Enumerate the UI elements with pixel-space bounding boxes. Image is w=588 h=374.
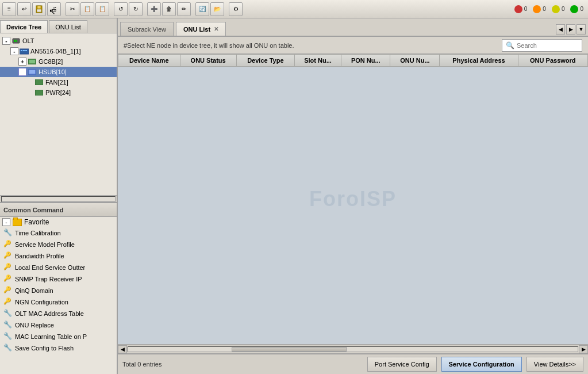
- cmd-label-3: Local End Service Outter: [15, 264, 85, 271]
- key-icon-1: 🔑: [3, 240, 13, 249]
- tab-nav-left[interactable]: ◀: [556, 24, 565, 35]
- tree-label-fan: FAN[21]: [45, 79, 68, 86]
- tab-nav-menu[interactable]: ▼: [577, 24, 586, 35]
- toolbar-btn-copy[interactable]: 📋: [80, 2, 94, 16]
- wrench-icon-10: 🔧: [3, 344, 13, 353]
- traffic-light-green: [570, 5, 578, 13]
- svg-rect-15: [35, 90, 43, 96]
- tree-label-pwr: PWR[24]: [45, 89, 71, 96]
- tree-label-olt: OLT: [22, 37, 34, 44]
- toolbar-btn-settings[interactable]: ⚙: [229, 2, 243, 16]
- category-favorite[interactable]: - Favorite: [0, 217, 117, 227]
- tab-subrack-view[interactable]: Subrack View: [120, 22, 174, 36]
- cmd-item-mac-learning[interactable]: 🔧 MAC Learning Table on P: [0, 331, 117, 342]
- search-box: 🔍: [502, 39, 582, 52]
- cmd-item-onu-replace[interactable]: 🔧 ONU Replace: [0, 319, 117, 331]
- scroll-right-btn[interactable]: ▶: [579, 345, 588, 353]
- traffic-count-orange: 0: [543, 6, 546, 12]
- col-pon-num[interactable]: PON Nu...: [341, 55, 390, 67]
- toolbar-btn-open[interactable]: 📂: [210, 2, 224, 16]
- toolbar-btn-redo[interactable]: ↻: [129, 2, 143, 16]
- svg-rect-8: [23, 50, 25, 51]
- svg-rect-2: [37, 9, 41, 12]
- bottom-scroll-area: ◀ ▶: [118, 344, 588, 353]
- tree-item-olt[interactable]: - OLT: [0, 36, 117, 46]
- toolbar-btn-undo[interactable]: ↺: [114, 2, 128, 16]
- toolbar-btn-paste[interactable]: 📋: [95, 2, 109, 16]
- col-onu-password[interactable]: ONU Password: [518, 55, 587, 67]
- toolbar-btn-print[interactable]: 🖨: [47, 2, 61, 16]
- table-area[interactable]: Device Name ONU Status Device Type Slot …: [118, 54, 588, 67]
- toolbar-btn-back[interactable]: ↩: [17, 2, 31, 16]
- cmd-label-8: ONU Replace: [15, 322, 54, 329]
- col-physical-addr[interactable]: Physical Address: [440, 55, 518, 67]
- cmd-item-save-config[interactable]: 🔧 Save Config to Flash: [0, 342, 117, 354]
- tree-item-hsub[interactable]: + HSUB[10]: [0, 67, 117, 77]
- tab-onu-list-right[interactable]: ONU List ✕: [176, 22, 226, 36]
- cmd-item-qinq-domain[interactable]: 🔑 QinQ Domain: [0, 285, 117, 296]
- col-slot-num[interactable]: Slot Nu...: [294, 55, 341, 67]
- scroll-track-h[interactable]: [128, 346, 578, 352]
- cmd-item-olt-mac[interactable]: 🔧 OLT MAC Address Table: [0, 308, 117, 319]
- tree-expand-an5516[interactable]: -: [10, 47, 18, 55]
- toolbar-btn-cut[interactable]: ✂: [66, 2, 79, 16]
- tree-item-an5516[interactable]: - AN5516-04B_1[1]: [0, 46, 117, 56]
- key-icon-2: 🔑: [3, 251, 13, 261]
- gc8b-icon: [28, 57, 37, 66]
- tree-label-an5516: AN5516-04B_1[1]: [30, 48, 80, 55]
- tree-label-hsub: HSUB[10]: [39, 68, 67, 75]
- port-service-config-btn[interactable]: Port Service Config: [367, 357, 437, 372]
- svg-rect-5: [16, 40, 17, 42]
- tree-scroll-bar[interactable]: [1, 196, 116, 202]
- traffic-count-yellow: 0: [562, 6, 565, 12]
- toolbar-btn-refresh[interactable]: 🔄: [195, 2, 209, 16]
- tab-nav-arrows: ◀ ▶ ▼: [556, 24, 586, 35]
- svg-rect-13: [29, 70, 35, 74]
- svg-rect-11: [29, 60, 35, 63]
- tab-close-onu-list[interactable]: ✕: [214, 26, 218, 32]
- tree-expand-hsub[interactable]: +: [18, 68, 26, 76]
- cmd-label-10: Save Config to Flash: [15, 345, 74, 352]
- toolbar-btn-add[interactable]: ➕: [147, 2, 161, 16]
- toolbar-btn-delete[interactable]: 🗑: [162, 2, 176, 16]
- tab-onu-list-left[interactable]: ONU List: [49, 20, 87, 33]
- col-device-type[interactable]: Device Type: [236, 55, 294, 67]
- tab-device-tree[interactable]: Device Tree: [0, 20, 48, 33]
- cmd-item-ngn-config[interactable]: 🔑 NGN Configuration: [0, 296, 117, 308]
- traffic-light-red: [514, 5, 522, 13]
- olt-icon: [11, 36, 21, 45]
- cmd-item-snmp-trap[interactable]: 🔑 SNMP Trap Receiver IP: [0, 273, 117, 285]
- cmd-item-bandwidth-profile[interactable]: 🔑 Bandwidth Profile: [0, 250, 117, 262]
- svg-rect-4: [14, 40, 15, 42]
- scroll-left-btn[interactable]: ◀: [118, 345, 127, 353]
- svg-rect-6: [20, 49, 29, 54]
- col-onu-status[interactable]: ONU Status: [180, 55, 236, 67]
- tree-item-gc8b[interactable]: + GC8B[2]: [0, 56, 117, 67]
- view-details-btn[interactable]: View Details>>: [526, 357, 583, 372]
- tree-item-pwr[interactable]: PWR[24]: [0, 87, 117, 98]
- svg-rect-14: [35, 79, 43, 85]
- search-input[interactable]: [517, 42, 574, 49]
- category-expand-favorite[interactable]: -: [2, 218, 10, 226]
- traffic-count-red: 0: [524, 6, 528, 12]
- service-config-btn[interactable]: Service Configuration: [441, 357, 522, 372]
- cmd-item-local-end-service[interactable]: 🔑 Local End Service Outter: [0, 262, 117, 273]
- an5516-icon: [20, 47, 29, 56]
- scroll-thumb-h[interactable]: [232, 347, 347, 352]
- cmd-item-time-calibration[interactable]: 🔧 Time Calibration: [0, 227, 117, 239]
- wrench-icon-0: 🔧: [3, 228, 13, 238]
- folder-icon-favorite: [13, 219, 22, 226]
- search-icon: 🔍: [506, 41, 514, 49]
- key-icon-4: 🔑: [3, 274, 13, 284]
- col-device-name[interactable]: Device Name: [118, 55, 180, 67]
- col-onu-num[interactable]: ONU Nu...: [390, 55, 440, 67]
- tree-item-fan[interactable]: FAN[21]: [0, 77, 117, 87]
- toolbar-btn-save[interactable]: [32, 2, 46, 16]
- tree-expand-gc8b[interactable]: +: [18, 58, 26, 66]
- toolbar: ≡ ↩ 🖨 ✂ 📋 📋 ↺ ↻ ➕ 🗑 ✏ 🔄 📂 ⚙ ↖ 0 0 0 0: [0, 0, 588, 18]
- cmd-item-service-model[interactable]: 🔑 Service Model Profile: [0, 239, 117, 250]
- tree-expand-olt[interactable]: -: [2, 37, 10, 45]
- toolbar-btn-edit[interactable]: ✏: [177, 2, 191, 16]
- toolbar-btn-menu[interactable]: ≡: [2, 2, 16, 16]
- tab-nav-right[interactable]: ▶: [566, 24, 575, 35]
